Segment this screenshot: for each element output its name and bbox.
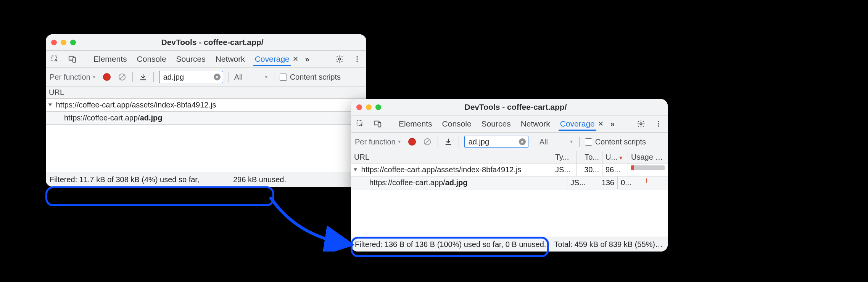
titlebar: DevTools - coffee-cart.app/ xyxy=(351,99,668,115)
tab-network[interactable]: Network xyxy=(519,117,552,131)
granularity-label: Per function xyxy=(50,73,90,82)
granularity-dropdown[interactable]: Per function ▼ xyxy=(50,73,97,82)
zoom-window-button[interactable] xyxy=(70,40,76,45)
tab-coverage[interactable]: Coverage xyxy=(253,52,291,66)
separator xyxy=(132,72,133,82)
disclosure-triangle-icon[interactable] xyxy=(354,168,358,171)
more-tabs-icon[interactable]: » xyxy=(610,120,612,128)
close-window-button[interactable] xyxy=(356,104,362,110)
device-toggle-icon[interactable] xyxy=(372,119,383,129)
separator xyxy=(390,119,390,129)
record-icon[interactable] xyxy=(407,137,417,147)
type-filter-dropdown[interactable]: All ▼ xyxy=(234,73,269,82)
close-icon[interactable]: ✕ xyxy=(598,120,604,128)
tab-sources[interactable]: Sources xyxy=(175,52,207,66)
cell-usage xyxy=(643,176,668,189)
tab-coverage[interactable]: Coverage xyxy=(559,117,596,131)
url-text: https://coffee-cart.app/assets/index-8bf… xyxy=(361,165,522,174)
more-tabs-icon[interactable]: » xyxy=(305,55,307,64)
coverage-toolbar: Per function ▼ ad.jpg ✕ All xyxy=(46,68,366,87)
cell-unused: 0... xyxy=(618,176,643,189)
checkbox-icon xyxy=(280,74,287,81)
content-scripts-toggle[interactable]: Content scripts xyxy=(280,73,341,82)
tab-console[interactable]: Console xyxy=(135,52,168,66)
gear-icon[interactable] xyxy=(636,119,646,129)
export-icon[interactable] xyxy=(443,137,453,147)
coverage-table: URL Ty... To... U...▼ Usage Visualizatio… xyxy=(351,151,668,237)
column-header-url[interactable]: URL xyxy=(46,87,366,98)
kebab-menu-icon[interactable] xyxy=(653,119,664,129)
svg-point-15 xyxy=(658,125,659,127)
type-filter-label: All xyxy=(234,73,243,82)
svg-point-4 xyxy=(356,56,358,58)
inspect-icon[interactable] xyxy=(50,54,60,64)
svg-rect-2 xyxy=(73,58,76,62)
close-icon[interactable]: ✕ xyxy=(293,55,298,63)
tab-sources[interactable]: Sources xyxy=(480,117,512,131)
devtools-window-before: DevTools - coffee-cart.app/ Elements Con… xyxy=(46,34,366,187)
sort-indicator-icon: ▼ xyxy=(618,155,623,161)
separator xyxy=(85,54,85,64)
close-window-button[interactable] xyxy=(51,40,57,45)
coverage-table: URL https://coffee-cart.app/assets/index… xyxy=(46,87,366,172)
url-filter-input[interactable]: ad.jpg ✕ xyxy=(464,136,528,148)
cell-unused: 96... xyxy=(602,163,628,176)
separator xyxy=(438,137,438,147)
separator xyxy=(153,72,154,82)
svg-rect-11 xyxy=(378,122,381,127)
annotation-arrow-icon xyxy=(267,191,355,252)
annotation-highlight xyxy=(45,186,274,206)
minimize-window-button[interactable] xyxy=(61,40,66,45)
main-tabs: Elements Console Sources Network Coverag… xyxy=(46,51,366,68)
granularity-dropdown[interactable]: Per function ▼ xyxy=(355,138,402,146)
table-row[interactable]: https://coffee-cart.app/assets/index-8bf… xyxy=(351,163,668,176)
export-icon[interactable] xyxy=(138,72,148,82)
separator xyxy=(459,137,459,147)
clear-icon[interactable] xyxy=(117,72,127,82)
clear-filter-icon[interactable]: ✕ xyxy=(519,138,526,145)
cell-type: JS... xyxy=(567,176,592,189)
svg-line-8 xyxy=(119,75,124,80)
column-header-url[interactable]: URL xyxy=(351,151,552,163)
column-header-total[interactable]: To... xyxy=(577,151,602,163)
table-row[interactable]: https://coffee-cart.app/ad.jpg xyxy=(46,112,366,125)
content-scripts-toggle[interactable]: Content scripts xyxy=(585,138,646,146)
chevron-down-icon: ▼ xyxy=(92,74,97,80)
clear-icon[interactable] xyxy=(422,137,432,147)
type-filter-dropdown[interactable]: All ▼ xyxy=(539,138,574,146)
record-icon[interactable] xyxy=(102,72,112,82)
svg-point-6 xyxy=(356,61,358,62)
separator xyxy=(229,72,229,82)
clear-filter-icon[interactable]: ✕ xyxy=(214,74,221,80)
minimize-window-button[interactable] xyxy=(366,104,372,110)
status-total: Total: 459 kB of 839 kB (55%) used so fa… xyxy=(550,240,668,249)
device-toggle-icon[interactable] xyxy=(67,54,78,64)
table-row[interactable]: https://coffee-cart.app/assets/index-8bf… xyxy=(46,99,366,112)
content-scripts-label: Content scripts xyxy=(290,73,341,82)
separator xyxy=(274,72,274,82)
tab-elements[interactable]: Elements xyxy=(92,52,129,66)
traffic-lights xyxy=(351,104,386,110)
separator xyxy=(534,137,534,147)
usage-bar xyxy=(646,178,647,183)
column-header-type[interactable]: Ty... xyxy=(552,151,577,163)
url-filter-input[interactable]: ad.jpg ✕ xyxy=(159,71,223,83)
gear-icon[interactable] xyxy=(334,54,345,64)
inspect-icon[interactable] xyxy=(355,119,366,129)
tab-network[interactable]: Network xyxy=(214,52,246,66)
tab-elements[interactable]: Elements xyxy=(397,117,434,131)
url-text: https://coffee-cart.app/ad.jpg xyxy=(369,178,468,187)
url-text: https://coffee-cart.app/ad.jpg xyxy=(64,114,163,122)
column-header-usage[interactable]: Usage Visualization xyxy=(628,151,668,163)
status-total: 296 kB unused. xyxy=(229,175,290,184)
cell-type: JS... xyxy=(552,163,577,176)
table-row[interactable]: https://coffee-cart.app/ad.jpg JS... 136… xyxy=(351,176,668,189)
svg-point-12 xyxy=(640,123,642,125)
disclosure-triangle-icon[interactable] xyxy=(48,104,52,106)
tab-console[interactable]: Console xyxy=(441,117,473,131)
cell-total: 30... xyxy=(577,163,602,176)
type-filter-label: All xyxy=(539,138,548,146)
column-header-unused[interactable]: U...▼ xyxy=(602,151,628,163)
kebab-menu-icon[interactable] xyxy=(352,54,362,64)
zoom-window-button[interactable] xyxy=(375,104,381,110)
